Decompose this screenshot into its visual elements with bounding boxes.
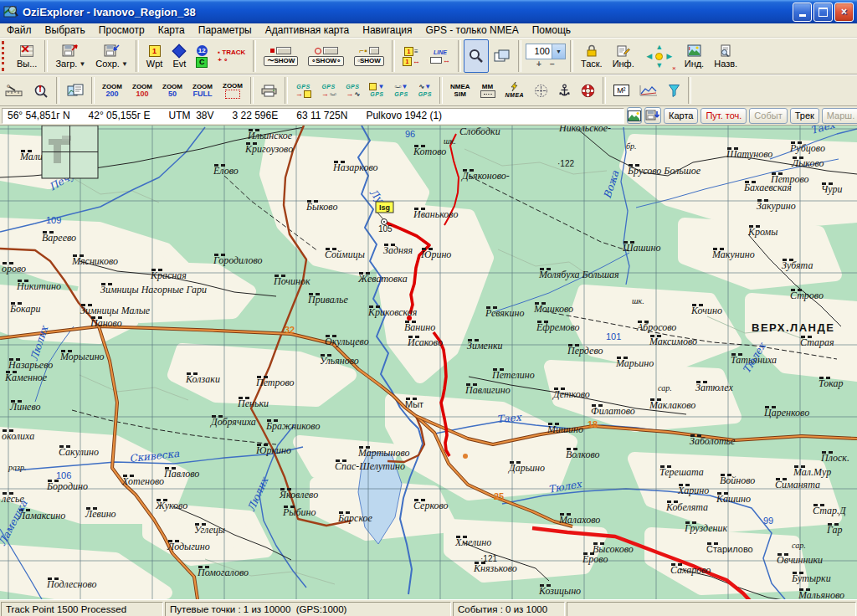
toolbar-separator <box>570 40 573 72</box>
restore-button[interactable] <box>813 3 833 22</box>
map-comments-button[interactable] <box>62 76 89 105</box>
map-label: Марьино <box>615 357 654 369</box>
create-event-button[interactable]: Evt <box>167 39 191 73</box>
map-canvas[interactable]: МалинИльинскоеКригоузовоНазарковоЕловоСл… <box>0 126 857 599</box>
toolbar-secondary: ZOOM200ZOOM100ZOOM50ZOOMFULLZOOMGPS→GPS→… <box>0 74 857 106</box>
trackctl-icon: ▪ TRACK+ ∘ <box>218 49 245 64</box>
menu-3[interactable]: Просмотр <box>92 23 151 37</box>
map-label: Юркино <box>255 444 291 456</box>
compass-button[interactable] <box>529 76 553 105</box>
track-filter-button[interactable] <box>663 76 685 105</box>
menu-1[interactable]: Файл <box>0 23 38 37</box>
create-waypoint-label: Wpt <box>146 59 163 69</box>
show-waypoints-button[interactable]: ∘SHOW∘ <box>303 39 349 73</box>
zoom-out-button[interactable]: − <box>550 59 555 69</box>
map-label: орово <box>2 263 26 275</box>
menu-5[interactable]: Параметры <box>192 23 259 37</box>
toggle-map-button[interactable]: Карта <box>664 108 698 124</box>
map-label: Назарьево <box>8 359 53 371</box>
map-image-button[interactable] <box>627 107 642 124</box>
zoom-level-dropdown-icon[interactable]: ▼ <box>552 44 565 59</box>
menu-8[interactable]: GPS - только NMEA <box>419 23 526 37</box>
zoom-full-button[interactable]: ZOOMFULL <box>187 76 218 105</box>
track-control-button[interactable]: ▪ TRACK+ ∘ <box>213 39 250 73</box>
toolbar-separator <box>603 77 606 104</box>
gps-send-routes-button[interactable]: GPS→▫–▫ <box>316 76 341 105</box>
map-label: Никольское- <box>558 126 611 134</box>
create-waypoint-button[interactable]: 1Wpt <box>141 39 168 73</box>
zoom-in-button[interactable]: + <box>536 59 541 69</box>
graph-icon <box>639 80 658 101</box>
menu-7[interactable]: Навигация <box>356 23 418 37</box>
lenspin-icon <box>33 80 49 101</box>
map-label: Лыково <box>791 157 824 169</box>
anchor-alarm-button[interactable] <box>553 76 576 105</box>
toggle-waypoints-button[interactable]: Пут. точ. <box>700 108 747 124</box>
zoom-100-button[interactable]: ZOOM100 <box>127 76 157 105</box>
map-overview-inset[interactable] <box>42 126 98 178</box>
print-button[interactable] <box>256 76 282 105</box>
menu-6[interactable]: Адаптивная карта <box>259 23 357 37</box>
toggle-events-button[interactable]: Событ <box>749 108 787 124</box>
toolbar-grip[interactable] <box>2 41 10 71</box>
map-windows-button[interactable] <box>489 39 516 73</box>
map-label: Гар <box>826 524 843 536</box>
zoom-window-select-button[interactable]: ZOOM <box>218 76 248 105</box>
menu-2[interactable]: Выбрать <box>38 23 92 37</box>
map-label: Мясниково <box>71 255 118 267</box>
toolbar-separator <box>688 77 691 104</box>
menu-9[interactable]: Помощь <box>526 23 577 37</box>
moving-map-button[interactable]: MM <box>475 76 500 105</box>
magnify-window-button[interactable] <box>464 39 489 73</box>
create-comment-point-button[interactable]: 12C <box>191 39 213 73</box>
gps-get-waypoints-button[interactable]: ▼GPS <box>364 76 389 105</box>
map-label: Никитино <box>16 280 61 292</box>
zoom-200-button[interactable]: ZOOM200 <box>97 76 127 105</box>
toolbar-separator <box>518 40 521 72</box>
map-label: Кашино <box>716 493 751 505</box>
map-label: Старилово <box>706 544 753 554</box>
toggle-tracks-button[interactable]: Трек <box>790 108 819 124</box>
zoom-level-input[interactable]: 100 <box>526 44 552 59</box>
show-tracks-button[interactable]: 〜SHOW <box>259 39 303 73</box>
measure-distance-button[interactable] <box>0 76 28 105</box>
gps-get-tracks-button[interactable]: ∿▼GPS <box>413 76 437 105</box>
waypoint-options-button[interactable]: 1≡1↔ <box>398 39 425 73</box>
toggle-routes-button[interactable]: Марш. <box>822 108 857 124</box>
gps-send-waypoints-button[interactable]: GPS→ <box>290 76 316 105</box>
man-overboard-button[interactable] <box>576 76 600 105</box>
save-position-button[interactable] <box>644 107 661 124</box>
map-drag-lock-button[interactable]: Таск. <box>576 39 608 73</box>
close-map-button[interactable]: ×Вы... <box>12 39 42 73</box>
close-map-label: Вы... <box>17 59 37 69</box>
zoom-50-button[interactable]: ZOOM50 <box>157 76 187 105</box>
map-information-button[interactable]: Инф. <box>608 39 639 73</box>
map-label: Бахаевская <box>743 182 792 193</box>
notes-icon <box>67 80 84 101</box>
altitude-profile-button[interactable] <box>634 76 663 105</box>
track-line-options-button[interactable]: LINE↔ <box>425 39 455 73</box>
map-label: Зимницы Нагорные Гари <box>100 284 207 295</box>
lens-icon <box>469 49 484 64</box>
pan-pad-button[interactable]: ▲◀▶▼× <box>639 39 680 73</box>
mapx-icon: × <box>19 43 34 59</box>
minimize-button[interactable] <box>793 3 812 22</box>
menu-4[interactable]: Карта <box>151 23 192 37</box>
load-label: Загр. <box>55 59 77 69</box>
map-index-button[interactable]: IИнд. <box>680 39 709 73</box>
map-label: 18 <box>588 419 598 429</box>
map-label: Шашино <box>622 242 661 254</box>
nmea-connect-button[interactable]: NMEA <box>500 76 530 105</box>
area-measure-button[interactable]: M² <box>608 76 634 105</box>
gps-get-routes-button[interactable]: ▫–▫▼GPS <box>389 76 413 105</box>
map-label: Быково <box>305 201 337 213</box>
close-button[interactable]: × <box>834 3 854 22</box>
find-map-name-button[interactable]: Назв. <box>709 39 742 73</box>
show-routes-button[interactable]: ⌐▪▫SHOW <box>349 39 389 73</box>
gps-send-tracks-button[interactable]: GPS→∿ <box>341 76 364 105</box>
map-label: 32 <box>285 325 295 335</box>
load-button[interactable]: Загр.▼ <box>50 39 90 73</box>
save-button[interactable]: Сохр.▼ <box>90 39 133 73</box>
nmea-simulator-button[interactable]: NMEASIM <box>445 76 475 105</box>
find-feature-button[interactable] <box>28 76 54 105</box>
